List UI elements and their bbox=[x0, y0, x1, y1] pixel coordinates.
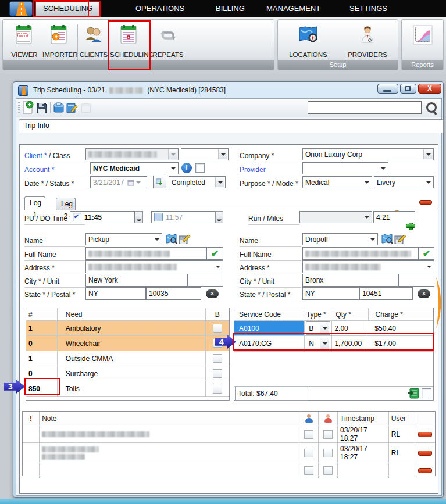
do-time-field[interactable]: 11:57 bbox=[151, 211, 215, 223]
pickup-unit-field[interactable] bbox=[188, 274, 223, 287]
tab-leg-1[interactable]: Leg 1 bbox=[24, 196, 45, 210]
need-row-outside-cmma[interactable]: 1 Outside CMMA bbox=[26, 351, 229, 366]
dropoff-name-dropdown[interactable]: Dropoff bbox=[302, 233, 378, 245]
tab-leg-2[interactable]: Leg 2 bbox=[56, 198, 76, 210]
account-checkbox[interactable] bbox=[195, 163, 205, 173]
note-row[interactable]: 03/20/17 18:27 RL bbox=[23, 443, 435, 463]
remove-leg-button[interactable] bbox=[419, 200, 432, 205]
pickup-fullname-field[interactable] bbox=[85, 247, 206, 260]
note-driver-checkbox[interactable] bbox=[304, 430, 313, 439]
redacted-note bbox=[42, 431, 149, 437]
dropoff-fullname-field[interactable] bbox=[302, 247, 419, 260]
menu-settings[interactable]: SETTINGS bbox=[349, 0, 387, 17]
menu-billing[interactable]: BILLING bbox=[216, 0, 245, 17]
date-picker[interactable]: 3/21/2017 bbox=[90, 176, 147, 188]
status-dropdown[interactable]: Completed bbox=[169, 176, 226, 188]
need-b-checkbox[interactable] bbox=[213, 385, 222, 394]
dropoff-map-button[interactable] bbox=[380, 233, 393, 245]
client-class-label: Client * / Class bbox=[24, 152, 85, 162]
save-button[interactable] bbox=[35, 102, 48, 115]
account-label[interactable]: Account * bbox=[24, 166, 85, 176]
dropdown-arrow-icon bbox=[171, 153, 176, 156]
dropoff-edit-button[interactable] bbox=[394, 233, 406, 245]
provider-label[interactable]: Provider bbox=[240, 166, 301, 176]
note-text-cell[interactable] bbox=[40, 443, 299, 463]
dropoff-unit-field[interactable] bbox=[398, 274, 434, 287]
company-dropdown[interactable]: Orion Luxury Corp bbox=[302, 148, 434, 160]
note-client-checkbox[interactable] bbox=[323, 430, 333, 439]
class-dropdown[interactable] bbox=[181, 148, 229, 160]
purpose-dropdown[interactable]: Medical bbox=[302, 176, 372, 188]
dropoff-state-field[interactable]: NY bbox=[302, 287, 359, 300]
note-text-cell[interactable] bbox=[40, 463, 299, 478]
note-client-checkbox[interactable] bbox=[323, 466, 333, 475]
dropoff-state-postal-label: State * / Postal * bbox=[240, 291, 301, 301]
pickup-postal-field[interactable]: 10035 bbox=[146, 287, 201, 300]
need-b-checkbox[interactable] bbox=[213, 354, 222, 363]
mode-dropdown[interactable]: Livery bbox=[374, 176, 434, 188]
dropdown-arrow-icon bbox=[136, 181, 141, 184]
need-b-checkbox[interactable] bbox=[213, 324, 222, 333]
dropdown-arrow-icon bbox=[426, 153, 431, 156]
provider-dropdown[interactable] bbox=[302, 162, 388, 174]
pu-time-spinner[interactable] bbox=[135, 211, 143, 223]
account-dropdown[interactable]: NYC Medicaid bbox=[90, 162, 179, 174]
info-icon[interactable]: i bbox=[181, 163, 192, 173]
need-row-wheelchair[interactable]: 0 Wheelchair bbox=[26, 336, 229, 351]
client-dropdown[interactable] bbox=[85, 148, 179, 160]
date-sync-button[interactable] bbox=[153, 176, 166, 188]
client-box-button[interactable] bbox=[52, 102, 65, 115]
disabled-form-button[interactable] bbox=[80, 102, 92, 115]
dropoff-clear-icon[interactable]: X bbox=[418, 289, 430, 298]
export-grid-icon[interactable] bbox=[408, 388, 419, 399]
pickup-fullname-label: Full Name bbox=[24, 251, 85, 261]
pencil-save-icon bbox=[179, 234, 191, 245]
note-text-cell[interactable] bbox=[40, 426, 299, 442]
note-client-checkbox[interactable] bbox=[323, 449, 333, 457]
pickup-edit-button[interactable] bbox=[178, 233, 191, 245]
close-button[interactable]: X bbox=[418, 84, 441, 94]
note-driver-checkbox[interactable] bbox=[304, 466, 313, 475]
delete-note-button[interactable] bbox=[418, 468, 432, 473]
run-miles-label: Run / Miles bbox=[248, 215, 299, 225]
minimize-button[interactable] bbox=[377, 84, 398, 94]
delete-note-button[interactable] bbox=[418, 432, 432, 437]
need-row-ambulatory[interactable]: 1 Ambulatory bbox=[26, 321, 229, 336]
miles-field[interactable]: 4.21 bbox=[373, 211, 415, 223]
pickup-state-field[interactable]: NY bbox=[85, 287, 146, 300]
run-dropdown[interactable] bbox=[299, 211, 372, 223]
pickup-clear-icon[interactable]: X bbox=[206, 289, 219, 298]
menu-management[interactable]: MANAGEMENT bbox=[266, 0, 320, 17]
ribbon-group-reports-strip: Reports bbox=[402, 60, 443, 70]
search-icon[interactable] bbox=[426, 102, 437, 113]
client-link[interactable]: Client * bbox=[24, 152, 47, 160]
trip-info-panel: Client * / Class Account * NYC Medicaid … bbox=[19, 144, 438, 494]
delete-note-button[interactable] bbox=[418, 451, 432, 456]
new-trip-button[interactable] bbox=[22, 101, 34, 114]
bottom-edge bbox=[0, 499, 446, 504]
edit-trip-button[interactable] bbox=[66, 102, 79, 115]
pickup-address-dropdown[interactable] bbox=[85, 260, 223, 273]
service-footer-checkbox[interactable] bbox=[422, 388, 431, 398]
pickup-name-dropdown[interactable]: Pickup bbox=[85, 233, 162, 245]
pu-time-checkbox[interactable]: ✔ bbox=[73, 213, 81, 221]
tab-trip-info[interactable]: Trip Info bbox=[19, 119, 444, 133]
note-driver-checkbox[interactable] bbox=[304, 449, 313, 457]
dropoff-postal-field[interactable]: 10451 bbox=[359, 287, 413, 300]
need-b-checkbox[interactable] bbox=[213, 369, 222, 378]
green-check-icon: ✔ bbox=[211, 248, 219, 259]
pickup-city-field[interactable]: New York bbox=[85, 274, 188, 287]
note-row[interactable]: 03/20/17 18:27 RL bbox=[23, 426, 435, 443]
dropoff-address-dropdown[interactable] bbox=[302, 260, 434, 273]
dropoff-city-field[interactable]: Bronx bbox=[302, 274, 398, 287]
do-time-checkbox[interactable] bbox=[154, 213, 163, 221]
dropdown-arrow-icon bbox=[323, 327, 327, 330]
pickup-map-button[interactable] bbox=[165, 233, 177, 245]
search-input[interactable] bbox=[308, 101, 422, 114]
do-time-spinner[interactable] bbox=[215, 211, 223, 223]
note-row-empty[interactable] bbox=[23, 463, 435, 478]
pu-time-field[interactable]: ✔ 11:45 bbox=[70, 211, 135, 223]
menu-operations[interactable]: OPERATIONS bbox=[135, 0, 184, 17]
maximize-button[interactable] bbox=[400, 84, 416, 94]
dropdown-arrow-icon bbox=[365, 216, 369, 219]
